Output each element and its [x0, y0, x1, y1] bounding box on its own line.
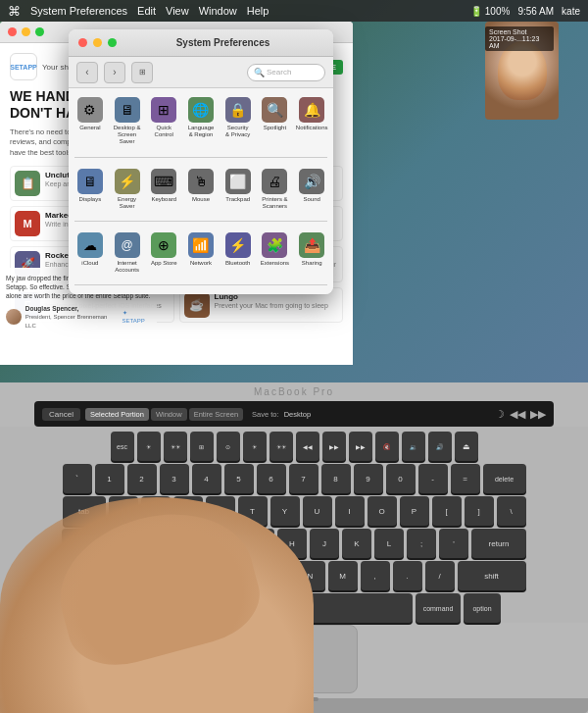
menu-help[interactable]: Help	[247, 5, 270, 17]
key-m[interactable]: M	[328, 561, 358, 590]
key-f1[interactable]: ☀	[137, 432, 161, 461]
key-f8[interactable]: ▶▶	[322, 432, 346, 461]
key-period[interactable]: .	[393, 561, 422, 590]
pref-notifications[interactable]: 🔔 Notifications	[294, 94, 329, 149]
key-f7[interactable]: ◀◀	[296, 432, 319, 461]
key-l[interactable]: L	[374, 529, 404, 558]
menu-system-preferences[interactable]: System Preferences	[30, 5, 127, 17]
entire-screen-option[interactable]: Entire Screen	[189, 408, 243, 421]
pref-parental-controls[interactable]: 👨‍👧 ParentalControls	[146, 293, 181, 294]
key-semicolon[interactable]: ;	[407, 529, 436, 558]
key-k[interactable]: K	[342, 529, 371, 558]
key-f10[interactable]: 🔇	[375, 432, 399, 461]
pref-sharing[interactable]: 📤 Sharing	[294, 229, 329, 277]
minimize-button-icon[interactable]	[22, 27, 30, 36]
spotlight-icon: 🔍	[262, 97, 287, 123]
pref-internet-accounts[interactable]: @ InternetAccounts	[110, 229, 145, 277]
key-9[interactable]: 9	[354, 464, 383, 493]
sysprefs-titlebar: System Preferences	[69, 29, 333, 57]
view-all-button[interactable]: ⊞	[131, 62, 153, 83]
key-7[interactable]: 7	[289, 464, 318, 493]
key-f3[interactable]: ⊞	[190, 432, 214, 461]
cancel-button[interactable]: Cancel	[42, 408, 80, 421]
key-u[interactable]: U	[303, 496, 332, 526]
key-o[interactable]: O	[368, 496, 397, 526]
key-comma[interactable]: ,	[361, 561, 390, 590]
key-f5[interactable]: ☀	[243, 432, 267, 461]
menu-window[interactable]: Window	[199, 5, 237, 17]
sysprefs-minimize-icon[interactable]	[93, 38, 102, 47]
key-equals[interactable]: =	[451, 464, 480, 493]
menu-view[interactable]: View	[166, 5, 189, 17]
key-8[interactable]: 8	[321, 464, 351, 493]
pref-date-time[interactable]: 🕐 Date & Time	[220, 293, 256, 294]
key-2[interactable]: 2	[127, 464, 157, 493]
key-esc[interactable]: esc	[111, 432, 134, 461]
close-button-icon[interactable]	[8, 27, 17, 36]
key-f9[interactable]: ▶▶	[349, 432, 372, 461]
key-4[interactable]: 4	[192, 464, 221, 493]
pref-spotlight[interactable]: 🔍 Spotlight	[258, 94, 293, 149]
pref-desktop-screen-saver[interactable]: 🖥 Desktop &Screen Saver	[110, 94, 145, 149]
maximize-button-icon[interactable]	[35, 27, 44, 36]
key-3[interactable]: 3	[160, 464, 189, 493]
key-1[interactable]: 1	[95, 464, 124, 493]
forward-button[interactable]: ›	[104, 62, 125, 83]
menu-edit[interactable]: Edit	[137, 5, 156, 17]
key-i[interactable]: I	[335, 496, 365, 526]
key-0[interactable]: 0	[386, 464, 416, 493]
back-button[interactable]: ‹	[76, 62, 98, 83]
pref-bluetooth[interactable]: ⚡ Bluetooth	[220, 229, 256, 277]
pref-security[interactable]: 🔒 Security& Privacy	[220, 94, 256, 149]
pref-mission-control[interactable]: ⊞ QuickControl	[146, 94, 181, 149]
key-5[interactable]: 5	[224, 464, 254, 493]
apple-logo-icon[interactable]: ⌘	[8, 4, 21, 19]
pref-energy[interactable]: ⚡ EnergySaver	[110, 166, 145, 213]
key-lbracket[interactable]: [	[432, 496, 462, 526]
key-f6[interactable]: ☀☀	[270, 432, 293, 461]
key-f2[interactable]: ☀☀	[164, 432, 187, 461]
pref-siri[interactable]: 🎤 Siri	[183, 293, 219, 294]
key-j[interactable]: J	[310, 529, 339, 558]
key-f12[interactable]: 🔊	[428, 432, 452, 461]
sysprefs-close-icon[interactable]	[78, 38, 87, 47]
pref-language[interactable]: 🌐 Language& Region	[183, 94, 219, 149]
key-6[interactable]: 6	[257, 464, 286, 493]
key-delete[interactable]: delete	[483, 464, 526, 493]
pref-mouse[interactable]: 🖱 Mouse	[183, 166, 219, 213]
key-quote[interactable]: '	[439, 529, 468, 558]
pref-displays[interactable]: 🖥 Displays	[73, 166, 108, 213]
pref-users-groups[interactable]: 👥 Users &Groups	[110, 293, 145, 294]
selected-portion-option[interactable]: Selected Portion	[85, 408, 149, 421]
window-option[interactable]: Window	[151, 408, 187, 421]
pref-touch-id[interactable]: 👆 Touch ID	[73, 293, 108, 294]
touch-bar[interactable]: Cancel Selected Portion Window Entire Sc…	[34, 401, 554, 427]
pref-icloud[interactable]: ☁ iCloud	[73, 229, 108, 277]
key-backtick[interactable]: `	[63, 464, 92, 493]
key-rbracket[interactable]: ]	[465, 496, 494, 526]
key-minus[interactable]: -	[418, 464, 448, 493]
key-slash[interactable]: /	[425, 561, 455, 590]
key-return[interactable]: return	[471, 529, 526, 558]
pref-network[interactable]: 📶 Network	[183, 229, 219, 277]
pref-printers[interactable]: 🖨 Printers &Scanners	[258, 166, 293, 213]
key-option-right[interactable]: option	[464, 593, 501, 623]
key-power[interactable]: ⏏	[455, 432, 478, 461]
key-p[interactable]: P	[400, 496, 429, 526]
key-f4[interactable]: ⊙	[217, 432, 240, 461]
pref-accessibility[interactable]: ♿ Accessibility	[294, 293, 329, 294]
pref-extensions[interactable]: 🧩 Extensions	[258, 229, 293, 277]
key-backslash[interactable]: \	[497, 496, 526, 526]
pref-trackpad[interactable]: ⬜ Trackpad	[220, 166, 256, 213]
key-y[interactable]: Y	[270, 496, 300, 526]
pref-general[interactable]: ⚙ General	[73, 94, 108, 149]
sysprefs-maximize-icon[interactable]	[108, 38, 117, 47]
search-box[interactable]: 🔍 Search	[247, 64, 325, 81]
pref-app-store[interactable]: ⊕ App Store	[146, 229, 181, 277]
pref-sound[interactable]: 🔊 Sound	[294, 166, 329, 213]
pref-time-machine[interactable]: ⏰ TimeMachine	[258, 293, 293, 294]
key-right-shift[interactable]: shift	[458, 561, 526, 590]
key-command-right[interactable]: command	[416, 593, 461, 623]
pref-keyboard[interactable]: ⌨ Keyboard	[146, 166, 181, 213]
key-f11[interactable]: 🔉	[402, 432, 425, 461]
